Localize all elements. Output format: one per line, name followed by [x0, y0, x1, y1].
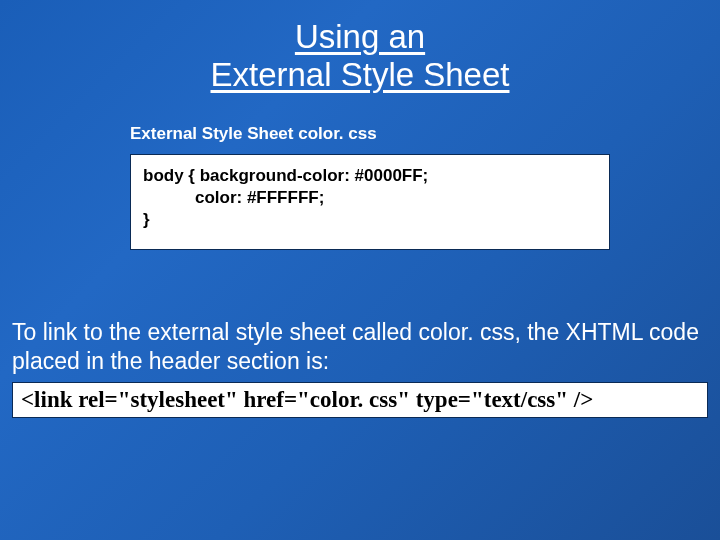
title-line-1: Using an — [295, 18, 425, 55]
link-code-box: <link rel="stylesheet" href="color. css"… — [12, 382, 708, 418]
code-caption: External Style Sheet color. css — [130, 124, 700, 144]
slide: Using an External Style Sheet External S… — [0, 0, 720, 540]
css-code-box: body { background-color: #0000FF; color:… — [130, 154, 610, 250]
body-paragraph: To link to the external style sheet call… — [12, 318, 708, 376]
title-line-2: External Style Sheet — [211, 56, 510, 93]
slide-title: Using an External Style Sheet — [120, 18, 600, 94]
